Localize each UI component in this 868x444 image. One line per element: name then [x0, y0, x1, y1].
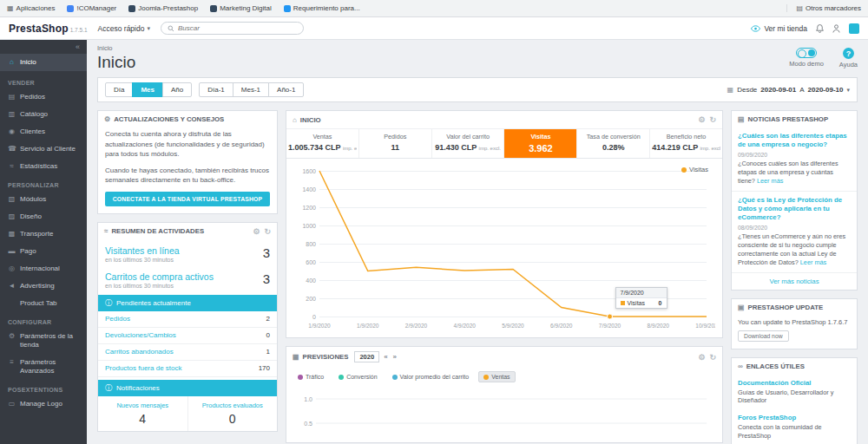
sidebar-item-product-tab[interactable]: Product Tab [0, 295, 87, 312]
kpi-beneficio-neto[interactable]: Beneficio neto 414.219 CLP imp. excl. [650, 129, 722, 158]
tips-panel-title: ACTUALIZACIONES Y CONSEJOS [114, 115, 224, 123]
tab-dia-1[interactable]: Día-1 [199, 82, 233, 97]
sidebar-item-parametros-avanzados[interactable]: ≡ Parámetros Avanzados [0, 354, 87, 380]
demo-mode-toggle[interactable]: Modo demo [789, 48, 824, 69]
kpi-valor-del-carrito[interactable]: Valor del carrito 91.430 CLP imp. excl. [432, 129, 505, 158]
kpi-ventas[interactable]: Ventas 1.005.734 CLP imp. excl. [286, 129, 359, 158]
pending-row-fuera-de-stock[interactable]: Productos fuera de stock 170 [98, 361, 277, 377]
manage-logo-icon: ▭ [8, 400, 16, 408]
legend-pill-conversion[interactable]: Conversión [333, 371, 382, 382]
bookmark-otros-marcadores[interactable]: ▤ Otros marcadores [786, 4, 861, 12]
metric-label: Carritos de compra activos [105, 271, 263, 282]
legend-label: Valor promedio del carrito [400, 374, 470, 380]
pending-row-pedidos[interactable]: Pedidos 2 [98, 311, 277, 328]
sidebar-item-label: Inicio [20, 58, 36, 67]
bookmark-joomla-prestashop[interactable]: Joomla-Prestashop [128, 4, 198, 12]
sidebar-item-manage-logo[interactable]: ▭ Manage Logo [0, 395, 87, 413]
legend-pill-ventas[interactable]: Ventas [478, 371, 515, 382]
forecast-chart[interactable]: 1.0 0.5 [286, 387, 722, 442]
news-excerpt: ¿Conoces cuáles son las diferentes etapa… [738, 160, 851, 186]
product-reviews-cell[interactable]: Productos evaluados 0 [188, 396, 278, 431]
read-more-link[interactable]: Leer más [757, 177, 783, 185]
bookmark-marketing-digital[interactable]: Marketing Digital [210, 4, 272, 12]
sidebar-item-clientes[interactable]: ◉ Clientes [0, 123, 87, 140]
profile-icon[interactable] [832, 24, 840, 33]
bookmark-label: Otros marcadores [806, 4, 861, 12]
forums-link[interactable]: Foros PrestaShop [738, 414, 851, 421]
new-messages-cell[interactable]: Nuevos mensajes 4 [98, 396, 188, 431]
sidebar-collapse-button[interactable]: « [0, 40, 87, 54]
shipping-icon: ▩ [8, 230, 16, 238]
bookmark-aplicaciones[interactable]: ▦ Aplicaciones [7, 4, 55, 12]
pending-row-devoluciones[interactable]: Devoluciones/Cambios 0 [98, 328, 277, 344]
notifications-grid: Nuevos mensajes 4 Productos evaluados 0 [98, 396, 277, 431]
quick-access-menu[interactable]: Acceso rápido ▾ [98, 24, 150, 33]
sidebar-item-advertising[interactable]: ◄ Advertising [0, 278, 87, 295]
sidebar-item-transporte[interactable]: ▩ Transporte [0, 225, 87, 243]
pending-row-carritos-abandonados[interactable]: Carritos abandonados 1 [98, 344, 277, 361]
sidebar-item-estadisticas[interactable]: ≈ Estadísticas [0, 158, 87, 175]
bookmark-label: Requerimiento para... [293, 4, 360, 12]
kpi-label: Visitas [506, 133, 575, 140]
sidebar-item-catalogo[interactable]: ▥ Catálogo [0, 106, 87, 123]
sidebar-item-pedidos[interactable]: ▤ Pedidos [0, 88, 87, 106]
next-year-button[interactable]: » [392, 353, 398, 361]
connect-addons-button[interactable]: CONECTATE A LA TIENDA VIRTUAL PRESTASHOP [105, 192, 270, 206]
tips-paragraph: Conecta tu cuenta ahora y disfruta de la… [105, 129, 270, 160]
prestashop-logo[interactable]: PrestaShop 1.7.5.1 [9, 23, 88, 35]
kpi-visitas[interactable]: Visitas 3.962 [504, 129, 577, 158]
notifications-bell-icon[interactable] [816, 24, 824, 33]
tab-dia[interactable]: Día [105, 82, 133, 97]
tab-ano-1[interactable]: Año-1 [268, 82, 304, 97]
download-now-button[interactable]: Download now [738, 330, 789, 342]
sidebar-item-servicio-al-cliente[interactable]: ☎ Servicio al Cliente [0, 140, 87, 158]
refresh-icon[interactable]: ↻ [709, 115, 716, 124]
svg-text:7/9/2020: 7/9/2020 [599, 323, 621, 329]
tab-ano[interactable]: Año [162, 82, 192, 97]
active-carts-metric[interactable]: Carritos de compra activos en los último… [98, 266, 277, 292]
link-description: Guías de Usuario, Desarrollador y Diseña… [738, 388, 851, 406]
kpi-tasa-de-conversion[interactable]: Tasa de conversión 0.28% [577, 129, 650, 158]
sidebar-section-configurar: CONFIGURAR [0, 312, 87, 328]
more-news-link[interactable]: Ver más noticias [732, 273, 857, 290]
gear-icon[interactable]: ⚙ [698, 115, 705, 124]
forecast-year-selector[interactable]: 2020 [354, 351, 379, 362]
visits-chart-area[interactable]: Visitas 020040060080010001200140016001/9… [286, 159, 722, 337]
store-badge-icon[interactable] [849, 23, 859, 34]
online-visitors-metric[interactable]: Visitantes en línea en los últimos 30 mi… [98, 240, 277, 266]
sidebar-item-pago[interactable]: ▬ Pago [0, 243, 87, 260]
read-more-link[interactable]: Leer más [800, 258, 826, 266]
news-icon: ▤ [738, 115, 745, 123]
bookmark-requerimiento[interactable]: Requerimiento para... [284, 4, 360, 12]
gear-icon[interactable]: ⚙ [698, 353, 705, 362]
documentation-link[interactable]: Documentación Oficial [738, 379, 851, 387]
help-button[interactable]: ? Ayuda [839, 48, 858, 69]
tab-mes[interactable]: Mes [132, 82, 163, 97]
prev-year-button[interactable]: « [383, 353, 388, 361]
date-range-picker[interactable]: ▦ Desde 2020-09-01 A 2020-09-10 ▾ [727, 86, 850, 94]
chart-tooltip: 7/9/2020 Visitas 0 [615, 287, 667, 309]
sidebar-item-diseno[interactable]: ▨ Diseño [0, 208, 87, 225]
search-input[interactable] [178, 24, 297, 32]
sidebar-item-modulos[interactable]: ▧ Módulos [0, 191, 87, 208]
tab-mes-1[interactable]: Mes-1 [233, 82, 269, 97]
legend-pill-valor-promedio[interactable]: Valor promedio del carrito [387, 371, 475, 382]
refresh-icon[interactable]: ↻ [264, 227, 271, 236]
legend-pill-trafico[interactable]: Tráfico [293, 371, 329, 382]
bookmark-comanager[interactable]: !COManager [67, 4, 116, 12]
tips-paragraph: Cuando te hayas conectado, también recib… [105, 166, 270, 186]
search-box[interactable] [161, 22, 304, 35]
kpi-pedidos[interactable]: Pedidos 11 [359, 129, 432, 158]
sidebar-item-inicio[interactable]: ⌂ Inicio [0, 54, 87, 71]
gear-icon[interactable]: ⚙ [253, 227, 260, 236]
news-headline-link[interactable]: ¿Cuáles son las diferentes etapas de una… [738, 132, 851, 149]
sidebar-item-parametros-tienda[interactable]: ⚙ Parámetros de la tienda [0, 328, 87, 354]
sidebar-item-internacional[interactable]: ◎ Internacional [0, 260, 87, 278]
svg-text:200: 200 [306, 296, 316, 302]
svg-text:800: 800 [306, 241, 316, 247]
toggle-icon[interactable] [796, 48, 817, 58]
breadcrumb[interactable]: Inicio [97, 44, 135, 52]
refresh-icon[interactable]: ↻ [709, 353, 716, 362]
news-headline-link[interactable]: ¿Qué es la Ley de Protección de Datos y … [738, 196, 851, 222]
view-shop-link[interactable]: Ver mi tienda [751, 24, 807, 33]
